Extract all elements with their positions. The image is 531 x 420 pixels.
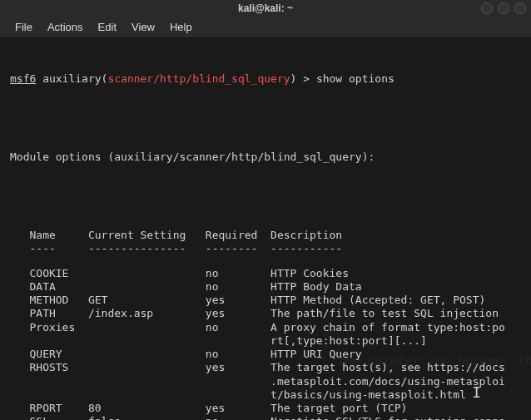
maximize-button[interactable]: [498, 2, 509, 14]
table-row-wrap: .metasploit.com/docs/using-metasploi: [10, 375, 521, 388]
minimize-button[interactable]: [481, 2, 493, 14]
table-row: RHOSTS yes The target host(s), see https…: [10, 361, 521, 374]
table-header-underline: ---- --------------- -------- ----------…: [10, 242, 521, 255]
menu-bar: File Actions Edit View Help: [0, 17, 531, 38]
table-row: METHOD GET yes HTTP Method (Accepted: GE…: [10, 294, 521, 307]
prompt-line-1: msf6 auxiliary(scanner/http/blind_sql_qu…: [10, 72, 521, 86]
table-row: PATH /index.asp yes The path/file to tes…: [10, 307, 521, 320]
prompt-msf: msf6: [10, 72, 36, 85]
table-row: QUERY no HTTP URI Query: [10, 348, 521, 361]
menu-actions[interactable]: Actions: [47, 21, 83, 33]
menu-edit[interactable]: Edit: [98, 21, 117, 33]
table-row: DATA no HTTP Body Data: [10, 280, 521, 294]
title-bar: kali@kali: ~: [0, 0, 531, 17]
window-controls: [481, 2, 526, 14]
table-header: Name Current Setting Required Descriptio…: [10, 229, 521, 242]
terminal[interactable]: msf6 auxiliary(scanner/http/blind_sql_qu…: [0, 38, 531, 420]
window-title: kali@kali: ~: [238, 2, 293, 14]
table-row: COOKIE no HTTP Cookies: [10, 267, 521, 280]
module-options-header: Module options (auxiliary/scanner/http/b…: [10, 151, 521, 164]
table-row: Proxies no A proxy chain of format type:…: [10, 321, 521, 334]
table-row: SSL false no Negotiate SSL/TLS for outgo…: [10, 415, 521, 420]
table-row-wrap: rt[,type:host:port][...]: [10, 334, 521, 348]
menu-file[interactable]: File: [15, 21, 32, 33]
menu-view[interactable]: View: [132, 21, 155, 33]
menu-help[interactable]: Help: [170, 21, 192, 33]
command-1: show options: [316, 72, 395, 85]
close-button[interactable]: [514, 2, 526, 14]
options-table: Name Current Setting Required Descriptio…: [10, 229, 521, 420]
table-row-wrap: t/basics/using-metasploit.html: [10, 388, 521, 402]
prompt-module: scanner/http/blind_sql_query: [107, 72, 290, 85]
table-row: RPORT 80 yes The target port (TCP): [10, 402, 521, 415]
